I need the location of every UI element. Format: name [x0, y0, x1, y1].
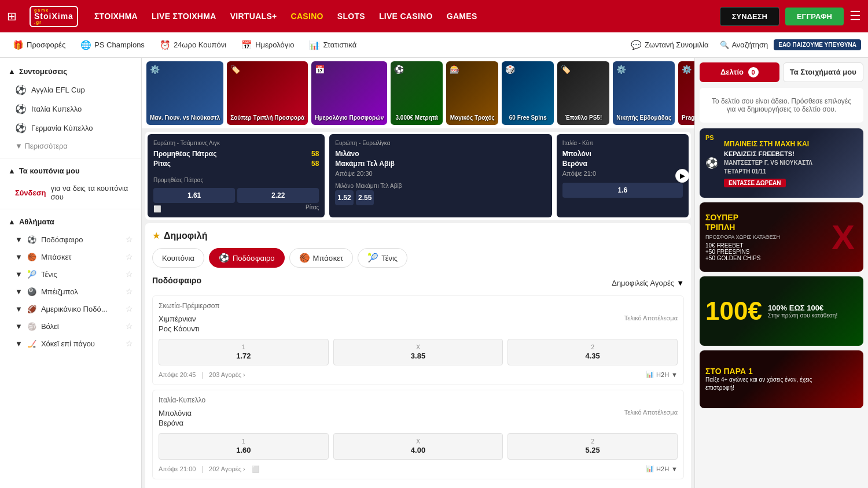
promo-card-6[interactable]: 🏷️ Έπαθλο PS5! — [557, 61, 609, 125]
nav-casino[interactable]: CASINO — [291, 12, 323, 21]
match-card-1[interactable]: Ευρώπη - Τσάμπιονς Λιγκ Προμηθέας Πάτρας… — [148, 134, 325, 217]
clock-icon: ⏰ — [160, 40, 171, 50]
nav-slots[interactable]: SLOTS — [337, 12, 365, 21]
sidebar-item-italy-cup[interactable]: ⚽ Ιταλία Κυπελλο — [0, 99, 141, 119]
promo-card-2[interactable]: 📅 Ημερολόγιο Προσφορών — [311, 61, 387, 125]
nav-statistics[interactable]: 📊 Στατιστικά — [303, 38, 362, 53]
nav-virtuals[interactable]: VIRTUALS+ — [230, 12, 277, 21]
more-button[interactable]: ▼ Περισσότερα — [0, 138, 141, 154]
hockey-icon: 🏒 — [27, 339, 36, 348]
right-banner-3[interactable]: 100€ 100% ΕΩΣ 100€ Στην πρώτη σου κατάθε… — [700, 276, 863, 346]
betslip-tab-active[interactable]: Δελτίο 0 — [700, 62, 779, 82]
odd-btn-match2-x[interactable]: Χ 4.00 — [333, 433, 503, 460]
tab-basketball[interactable]: 🏀 Μπάσκετ — [289, 248, 354, 268]
chevron-down-icon-5: ▼ — [15, 287, 23, 296]
chevron-up-icon-2: ▲ — [8, 167, 16, 175]
match-card-2[interactable]: Ευρώπη - Ευρωλίγκα Μιλάνο Μακάμπι Τελ Αβ… — [329, 134, 551, 217]
chevron-down-icon-3: ▼ — [15, 253, 23, 261]
chevron-down-icon-7: ▼ — [15, 322, 23, 331]
tab-coupon[interactable]: Κουπόνια — [152, 248, 204, 268]
site-logo[interactable]: game StoiXima .gr — [30, 6, 78, 27]
right-banner-4[interactable]: ΣΤΟ ΠΑΡΑ 1 Παίξε 4+ αγώνες και αν χάσεις… — [700, 350, 863, 408]
betslip-badge: 0 — [748, 67, 759, 77]
sports-section[interactable]: ▲ Αθλήματα — [0, 213, 141, 231]
chevron-right-markets-1[interactable]: › — [243, 371, 245, 378]
login-for-coupons[interactable]: Σύνδεση για να δεις τα κουπόνια σου — [0, 180, 141, 205]
h2h-btn-2[interactable]: 📊 H2H ▼ — [646, 465, 678, 472]
gift-icon: 🎁 — [13, 40, 24, 50]
screen-icon: ⬜ — [153, 205, 161, 213]
nav-calendar[interactable]: 📅 Ημερολόγιο — [236, 38, 300, 53]
promo-strip: ⚙️ Μαν. Γιουν. vs Νιούκαστλ 🏷️ Σούπερ Τρ… — [142, 58, 694, 128]
odds-btn-1-2[interactable]: 2.22 — [237, 188, 319, 203]
chevron-up-icon: ▲ — [8, 67, 16, 76]
odd-btn-match2-1[interactable]: 1 1.60 — [159, 433, 329, 460]
sidebar-sport-hockey[interactable]: ▼ 🏒 Χόκεϊ επί πάγου ☆ — [0, 335, 141, 352]
sidebar-sport-volleyball[interactable]: ▼ 🏐 Βόλεϊ ☆ — [0, 317, 141, 335]
match-card-3[interactable]: Ιταλία - Κύπ Μπολόνι Βερόνα Απόψε 21:0 1… — [557, 134, 689, 217]
promo-card-0[interactable]: ⚙️ Μαν. Γιουν. vs Νιούκαστλ — [146, 61, 223, 125]
sidebar-sport-football[interactable]: ▼ ⚽ Ποδόσφαιρο ☆ — [0, 231, 141, 248]
tab-football[interactable]: ⚽ Ποδόσφαιρο — [209, 248, 285, 268]
tab-tennis[interactable]: 🎾 Τένις — [358, 248, 407, 268]
match-row-2: Ιταλία-Κυπελλο Μπολόνια Βερόνα Τελικό Απ… — [152, 390, 684, 479]
promo-card-3[interactable]: ⚽ 3.000€ Μετρητά — [391, 61, 443, 125]
nav-games[interactable]: GAMES — [447, 12, 477, 21]
grid-icon[interactable]: ⊞ — [7, 9, 17, 23]
promo-card-4[interactable]: 🎰 Μαγικός Τροχός — [446, 61, 498, 125]
sidebar-sport-tennis[interactable]: ▼ 🎾 Τένις ☆ — [0, 265, 141, 283]
football-icon-3: ⚽ — [15, 123, 27, 134]
promo-card-7[interactable]: ⚙️ Νικητής Εβδομάδας — [613, 61, 675, 125]
star-icon-6: ☆ — [126, 321, 133, 331]
right-banner-2[interactable]: ΣΟΥΠΕΡ ΤΡΙΠΛΗ ΠΡΟΣΦΟΡΑ ΧΩΡΙΣ ΚΑΤΑΘΕΣΗ 10… — [700, 202, 863, 272]
h2h-btn-1[interactable]: 📊 H2H ▼ — [646, 371, 678, 378]
betslip-tab-mybet[interactable]: Τα Στοιχήματά μου — [783, 62, 864, 82]
sidebar-sport-baseball[interactable]: ▼ 🎱 Μπέιζμπολ ☆ — [0, 283, 141, 300]
football-sport-icon: ⚽ — [27, 235, 36, 244]
chevron-down-icon-4: ▼ — [15, 270, 23, 279]
nav-offers[interactable]: 🎁 Προσφορές — [7, 38, 71, 53]
promo-card-8[interactable]: ⚙️ Pragmatic Buy Bonus — [678, 61, 694, 125]
odds-btn-3-1[interactable]: 1.6 — [562, 183, 683, 198]
chevron-down-icon-6: ▼ — [15, 305, 23, 313]
match-scroll-right[interactable]: ▶ — [675, 169, 689, 183]
sidebar-item-germany-cup[interactable]: ⚽ Γερμανία Κύπελλο — [0, 119, 141, 138]
odd-btn-match1-x[interactable]: Χ 3.85 — [333, 339, 503, 365]
odds-btn-2-2[interactable]: 2.55 — [356, 190, 374, 205]
basketball-icon: 🏀 — [27, 253, 36, 261]
my-coupons-section[interactable]: ▲ Τα κουπόνια μου — [0, 162, 141, 180]
main-layout: ▲ Συντομεύσεις ⚽ Αγγλία EFL Cup ⚽ Ιταλία… — [0, 58, 868, 488]
promo-card-5[interactable]: 🎲 60 Free Spins — [502, 61, 554, 125]
chevron-down-icon-8: ▼ — [15, 339, 23, 348]
globe-icon: 🌐 — [80, 40, 91, 50]
sidebar-sport-american-football[interactable]: ▼ 🏈 Αμερικάνικο Ποδό... ☆ — [0, 300, 141, 317]
nav-ps-champions[interactable]: 🌐 PS Champions — [75, 38, 150, 53]
odd-btn-match1-2[interactable]: 2 4.35 — [507, 339, 678, 365]
star-icon: ☆ — [126, 235, 133, 244]
nav-24h-coupon[interactable]: ⏰ 24ωρο Κουπόνι — [154, 38, 232, 53]
odd-btn-match2-2[interactable]: 2 5.25 — [507, 433, 678, 460]
sidebar-sport-basketball[interactable]: ▼ 🏀 Μπάσκετ ☆ — [0, 248, 141, 265]
shortcuts-section[interactable]: ▲ Συντομεύσεις — [0, 62, 141, 80]
star-icon-5: ☆ — [126, 304, 133, 313]
popular-markets-dropdown[interactable]: Δημοφιλείς Αγορές ▼ — [612, 279, 684, 287]
nav-live-casino[interactable]: LIVE CASINO — [379, 12, 433, 21]
odd-btn-match1-1[interactable]: 1 1.72 — [159, 339, 329, 365]
sport-tabs: Κουπόνια ⚽ Ποδόσφαιρο 🏀 Μπάσκετ 🎾 Τένις — [152, 248, 684, 268]
odds-btn-1-1[interactable]: 1.61 — [153, 188, 235, 203]
chat-icon: 💬 — [631, 40, 642, 50]
odds-btn-2-1[interactable]: 1.52 — [335, 190, 353, 205]
promo-card-1[interactable]: 🏷️ Σούπερ Τριπλή Προσφορά — [227, 61, 308, 125]
right-banner-1[interactable]: PS ⚽ ΜΠΑΙΝΕΙΣ ΣΤΗ ΜΑΧΗ ΚΑΙ ΚΕΡΔΙΖΕΙΣ FRE… — [700, 128, 863, 198]
sidebar-item-efl[interactable]: ⚽ Αγγλία EFL Cup — [0, 80, 141, 99]
login-button[interactable]: ΣΥΝΔΕΣΗ — [720, 7, 779, 26]
register-button[interactable]: ΕΓΓΡΑΦΗ — [785, 8, 844, 25]
chart-icon-2: 📊 — [646, 465, 654, 472]
chart-icon-1: 📊 — [646, 371, 654, 378]
hamburger-icon[interactable]: ☰ — [849, 9, 861, 24]
nav-live-stoixima[interactable]: LIVE ΣΤΟΙΧΗΜΑ — [152, 12, 216, 21]
chevron-right-markets-2[interactable]: › — [243, 465, 245, 472]
nav-stoixima[interactable]: ΣΤΟΙΧΗΜΑ — [94, 12, 138, 21]
nav-live-chat[interactable]: 💬 Ζωντανή Συνομιλία — [625, 38, 715, 53]
search-item[interactable]: 🔍 Αναζήτηση — [720, 40, 768, 49]
